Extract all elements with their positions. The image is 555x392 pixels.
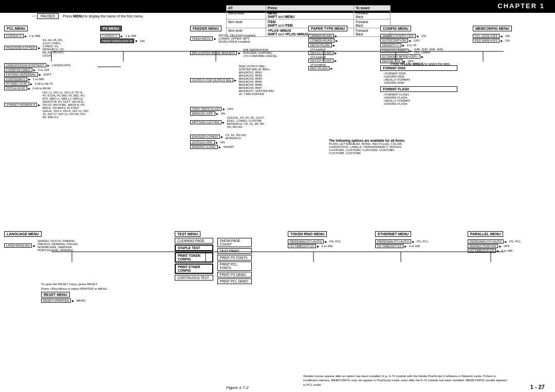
ps-copies-param: COPIES=1 — [100, 34, 120, 38]
feeder-trayswitch-value: OFF — [227, 107, 233, 110]
tokenring-menu-section: TOKEN RING MENU PERSONALITY=AUTO ► PS, P… — [288, 231, 370, 249]
pt-deck2-row: DECK2=PLAIN ► — [308, 59, 375, 63]
mem-pclsave-arrow: ► — [500, 34, 504, 38]
feeder-binding-row: BINDING=LONG ► SHORT — [190, 145, 278, 149]
reset-value: MENU — [77, 299, 86, 302]
feeder-feed-row: FEED=DECK ► DECK1, DECK2(If Installed), … — [190, 34, 278, 43]
cfg-autocont-param: AUTOCONT=ON — [380, 39, 408, 43]
pcl-pagesize-value: A3, A4, A5, B4,11x17, EXEC,COM10, DL,MON… — [43, 39, 64, 57]
test-show-page-count: SHOW PAGE COUNT — [217, 238, 252, 247]
figure-caption: Figure 1-7-2 — [226, 385, 249, 390]
pcl-symset-param: SYMSET=ROMAN-8 — [4, 103, 37, 107]
pt-mat-row: MAT=PLAIN ► — [308, 66, 375, 70]
ps-copies-value: 1 to 999 — [125, 34, 136, 38]
options-note-text: PLAIN, LETTERHEAD, BOND, RECYCLED, COLOR… — [329, 142, 411, 155]
pcl-pagesize-row: PAGESIZE=LETTER ► A3, A4, A5, B4,11x17, … — [4, 39, 97, 57]
feeder-duplex-row: DUPLEX=OFF ► ON — [190, 140, 278, 144]
cfg-refine-arrow: ► — [403, 60, 406, 63]
cfg-density-value: 0 to 15 — [407, 44, 416, 47]
pt-upper-arrow: ► — [335, 34, 338, 38]
eth-personality-arrow: ► — [412, 240, 415, 244]
ps-menu-section: PS MENU COPIES=1 ► 1 to 999 PRINT ERRS=O… — [100, 26, 162, 44]
ps-printerrs-value: ON — [140, 40, 144, 43]
cfg-autocont-row: AUTOCONT=ON ► OFF — [380, 39, 457, 43]
feeder-manual-arrow: ► — [216, 112, 219, 116]
feeder-binsorter-value: JOB SEPARATION, STACKER, SORTING, +TO CO… — [243, 48, 278, 58]
eth-timeout-row: I/O TIMEOUT=15 ► 5 to 300 — [375, 244, 457, 248]
pcl-pagesize-param: PAGESIZE=LETTER — [4, 46, 37, 50]
par-personality-param: PERSONALITY=AUTO — [468, 239, 504, 244]
ethernet-menu-section: ETHERNET MENU PERSONALITY=AUTO ► PS, PCL… — [375, 231, 457, 249]
test-menu-col2: SHOW PAGE COUNT TEST PRINT PRINT PS FONT… — [217, 238, 252, 285]
pt-upper-row: UPPER=PLAIN ► — [308, 34, 375, 38]
feeder-output-arrow: ► — [234, 79, 237, 82]
legend-col-at: AT: — [227, 6, 266, 11]
feeder-mptsize-param: MPTSIZE=LETTER — [190, 120, 221, 124]
pcl-ptsize-param: PT.SIZE=12.00 — [4, 82, 29, 86]
config-menu-section: CONFIG MENU JAMRECOVERY=OFF ► ON AUTOCON… — [380, 26, 457, 105]
ethernet-menu-title: ETHERNET MENU — [375, 231, 411, 237]
feeder-binding-param: BINDING=LONG — [190, 145, 218, 149]
feeder-duplex-value: ON — [220, 141, 225, 144]
legend-row1-col1: Menu level — [227, 11, 266, 20]
cfg-jamrecov-param: JAMRECOVERY=OFF — [380, 34, 416, 38]
parallel-menu-section: PARALLEL MENU PERSONALITY=AUTO ► PS, PCL… — [468, 231, 545, 253]
reset-param-row: RESET=PRINTER ► MENU — [41, 298, 134, 303]
pcl-symset-arrow: ► — [38, 103, 41, 107]
cfg-format-disk-options: +FORMAT DISK -IGNORE DISK +REALLY FORMAT… — [383, 72, 457, 84]
feeder-binsorter-row: BIN SORTER MODE=MAILBOX ► JOB SEPARATION… — [190, 48, 278, 58]
test-staple-test: STAPLE TEST — [175, 245, 213, 251]
cfg-format-disk-box: FORMAT DISK — [380, 65, 457, 71]
ps-printerrs-param: PRINT ERRS=OFF ★ — [100, 39, 134, 43]
tokenring-menu-title: TOKEN RING MENU — [288, 231, 327, 237]
online-note: READY Press ON LINE to take the printer … — [31, 7, 123, 13]
mem-pclsave-value: ON — [505, 34, 510, 38]
pt-deck-arrow: ► — [332, 44, 336, 47]
feeder-envsize-arrow: ► — [220, 135, 224, 139]
test-continuous-test: CONTINUOUS TEST — [175, 275, 213, 281]
pt-deck-param: DECK=PLAIN — [308, 43, 332, 47]
par-timeout-arrow: ► — [496, 249, 500, 253]
feeder-trayswitch-arrow: ► — [222, 107, 226, 111]
pt-mat-arrow: ► — [330, 67, 334, 70]
par-timeout-value: 5 to 300 — [502, 249, 513, 252]
papertype-menu-section: PAPER TYPE MENU UPPER=PLAIN ► LOWER=PLAI… — [308, 26, 375, 71]
parallel-menu-title: PARALLEL MENU — [468, 231, 503, 237]
feeder-manual-row: MANUAL=OFF ► ON — [190, 111, 278, 116]
test-print-ps-demo: PRINT PS DEMO — [217, 272, 252, 277]
feeder-mptsize-row: MPTSIZE=LETTER ► LEAGAL, A3, A4, A5, 11x… — [190, 116, 278, 128]
tr-personality-arrow: ► — [324, 240, 328, 244]
cfg-economy-arrow: ► — [421, 55, 424, 59]
chapter-title: CHAPTER 1 — [497, 2, 545, 10]
feeder-output-row: OUTPUT=TOP OUTPUT BIN ► SIDE OUTPUT BIN,… — [190, 65, 278, 96]
pcl-orient-value: LANDSCAPE — [52, 64, 70, 67]
ps-copies-row: COPIES=1 ► 1 to 999 — [100, 34, 162, 38]
lang-value: DANISH, DUTCH, FINNISH, FRENCH, GERMAN, … — [38, 239, 84, 252]
mem-ps3save-value: ON — [505, 39, 510, 42]
feeder-duplex-param: DUPLEX=OFF — [190, 140, 215, 144]
feeder-menu-title: FEEDER MENU — [190, 26, 221, 31]
mem-ps3save-arrow: ► — [500, 39, 504, 43]
cfg-density-row: DENSITY=7 ► 0 to 15 — [380, 43, 457, 47]
pcl-symset-row: SYMSET=ROMAN-8 ► ISO L1, ISO L2, ISO L5,… — [4, 91, 97, 119]
feeder-binding-arrow: ► — [218, 145, 222, 149]
par-personality-arrow: ► — [504, 240, 508, 244]
par-bidir-row: BIDIRECTION=ON ► OFF — [468, 244, 545, 248]
pt-upper-param: UPPER=PLAIN — [308, 34, 334, 38]
pcl-pitch-value: 0.44 to 99.99 — [32, 87, 50, 90]
par-bidir-arrow: ► — [498, 245, 502, 248]
feeder-duplex-arrow: ► — [215, 141, 219, 144]
test-menu-columns: CLEANING PAGE STAPLE TEST PRINT TOKEN CO… — [175, 238, 252, 285]
cfg-jamrecov-value: ON — [421, 34, 426, 38]
cfg-density-arrow: ► — [402, 44, 405, 47]
test-menu-title: TEST MENU — [175, 231, 200, 237]
cfg-density-param: DENSITY=7 — [380, 43, 401, 47]
tr-personality-value: PS, PCL — [329, 240, 341, 243]
cfg-economy-param: ECONOMY MODE=OFF+ — [380, 54, 420, 59]
mem-pclsave-row: PCL SAVE=OFF ► ON — [473, 34, 545, 38]
config-menu-title: CONFIG MENU — [380, 26, 411, 31]
feeder-mptsize-arrow: ► — [222, 121, 226, 124]
pcl-ptsize-value: 4.00 to 99.75 — [34, 82, 52, 85]
page-number: 1 - 27 — [530, 384, 545, 390]
cfg-jamrecov-row: JAMRECOVERY=OFF ► ON — [380, 34, 457, 38]
